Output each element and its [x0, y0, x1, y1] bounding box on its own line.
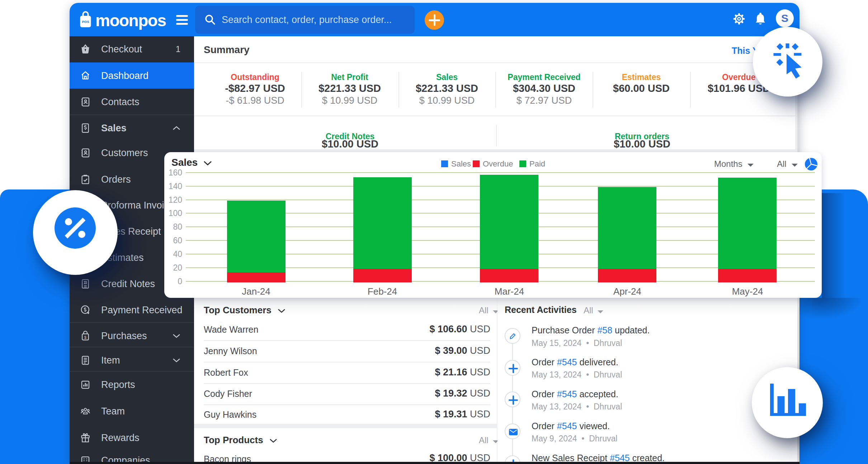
svg-text:POS: POS: [82, 20, 89, 24]
svg-text:$: $: [84, 335, 87, 339]
